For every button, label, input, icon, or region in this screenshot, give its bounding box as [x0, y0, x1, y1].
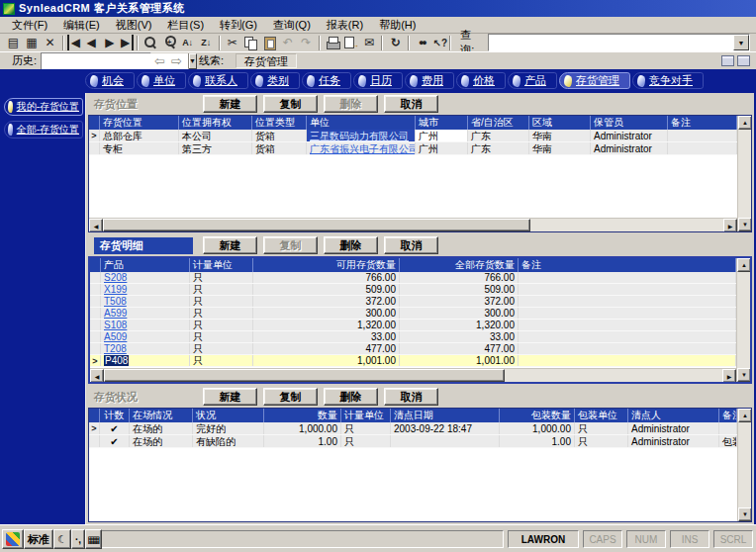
menu-item[interactable]: 编辑(E)	[55, 17, 108, 34]
delete-record-icon[interactable]	[41, 35, 59, 50]
undo-icon[interactable]	[278, 35, 297, 50]
column-header[interactable]: 状况	[193, 409, 264, 422]
column-header[interactable]: 单位	[307, 116, 416, 130]
column-header[interactable]: 数量	[264, 409, 341, 422]
table-row[interactable]: 总部仓库 本公司 货箱 三星数码动力有限公司 广州 广东 华南 Administ…	[89, 130, 737, 142]
panel-button[interactable]: 新建	[203, 236, 257, 254]
column-header[interactable]: 产品	[101, 258, 190, 272]
menu-item[interactable]: 转到(G)	[212, 17, 265, 34]
table-row[interactable]: P408 只 1,001.00 1,001.00	[90, 355, 736, 367]
status-vertical-scrollbar[interactable]: ▲ ▼	[737, 409, 751, 521]
cell-counted-checkmark[interactable]: ✔	[100, 435, 130, 447]
redo-icon[interactable]	[297, 35, 316, 50]
panel-button[interactable]: 复制	[263, 95, 318, 113]
paste-icon[interactable]	[260, 35, 279, 50]
history-input[interactable]	[42, 53, 188, 69]
tab[interactable]: 存货管理	[559, 72, 630, 89]
tab[interactable]: 竞争对手	[632, 72, 704, 89]
tab[interactable]: 任务	[302, 72, 351, 89]
column-header[interactable]: 计数	[100, 409, 130, 422]
unit-link[interactable]: 三星数码动力有限公司	[310, 131, 409, 141]
column-header[interactable]: 包装单位	[575, 409, 628, 422]
tab[interactable]: 价格	[456, 72, 506, 89]
panel-button[interactable]: 删除	[324, 95, 378, 113]
scroll-right-icon[interactable]: ▶	[722, 369, 736, 383]
column-header[interactable]: 省/自治区	[468, 116, 529, 130]
panel-button[interactable]: 复制	[263, 236, 318, 254]
tab[interactable]: 费用	[405, 72, 454, 89]
table-row[interactable]: ✔ 在场的 有缺陷的 1.00 只 1.00 只 Administrator 包…	[89, 435, 737, 448]
archive-icon[interactable]	[341, 35, 360, 50]
sort-ascending-icon[interactable]	[178, 35, 197, 50]
edit-record-icon[interactable]	[23, 35, 42, 50]
ime-softkeyboard-icon[interactable]	[85, 529, 102, 549]
context-help-icon[interactable]	[431, 35, 450, 50]
product-link[interactable]: S108	[104, 320, 127, 330]
tab[interactable]: 单位	[137, 72, 186, 89]
table-row[interactable]: S208 只 766.00 766.00	[90, 272, 736, 284]
tab[interactable]: 机会	[85, 72, 135, 89]
cut-icon[interactable]	[224, 35, 242, 50]
column-header[interactable]: 备注	[719, 409, 737, 422]
advanced-search-icon[interactable]	[160, 35, 179, 50]
menu-item[interactable]: 文件(F)	[4, 17, 55, 34]
scroll-down-icon[interactable]: ▼	[738, 218, 752, 231]
column-header[interactable]: 存货位置	[100, 116, 179, 130]
location-vertical-scrollbar[interactable]: ▲ ▼	[737, 116, 751, 231]
menu-item[interactable]: 报表(R)	[319, 17, 371, 34]
product-link[interactable]: P408	[104, 355, 129, 366]
scroll-right-icon[interactable]: ▶	[723, 219, 737, 232]
find-icon[interactable]	[413, 35, 431, 50]
tab[interactable]: 类别	[250, 72, 300, 89]
column-header[interactable]: 全部存货数量	[400, 258, 519, 272]
table-row[interactable]: 专柜 第三方 货箱 广东省振兴电子有限公司 广州 广东 华南 Administr…	[89, 142, 737, 155]
column-header[interactable]: 包装数量	[500, 409, 575, 422]
panel-button[interactable]: 删除	[324, 388, 378, 406]
card-view-icon[interactable]	[721, 55, 734, 66]
rolodex-icon[interactable]	[737, 55, 750, 66]
column-header[interactable]: 清点人	[628, 409, 719, 422]
menu-item[interactable]: 帮助(H)	[371, 17, 424, 34]
ime-mode-label[interactable]: 标准	[24, 529, 53, 549]
column-header[interactable]: 备注	[519, 258, 736, 272]
query-combobox[interactable]: ▼	[488, 34, 750, 51]
history-combobox[interactable]: ▼	[41, 52, 151, 70]
product-link[interactable]: T508	[104, 296, 127, 307]
panel-button[interactable]: 删除	[324, 236, 378, 254]
panel-button[interactable]: 复制	[263, 388, 318, 406]
search-icon[interactable]	[142, 35, 160, 50]
panel-button[interactable]: 取消	[384, 236, 438, 254]
history-forward-icon[interactable]: ⇨	[171, 53, 182, 68]
refresh-icon[interactable]	[386, 35, 405, 50]
previous-record-icon[interactable]	[82, 35, 101, 50]
product-link[interactable]: A599	[104, 308, 127, 319]
query-input[interactable]	[489, 35, 733, 50]
column-header[interactable]: 城市	[416, 116, 468, 130]
product-link[interactable]: A509	[104, 331, 127, 342]
cell-counted-checkmark[interactable]: ✔	[100, 422, 130, 434]
column-header[interactable]: 可用存货数量	[253, 258, 400, 272]
new-record-icon[interactable]	[4, 35, 23, 50]
scroll-down-icon[interactable]: ▼	[738, 507, 752, 521]
sidebar-item[interactable]: 全部-存货位置	[4, 121, 83, 138]
unit-link[interactable]: 广东省振兴电子有限公司	[310, 143, 416, 154]
ime-logo-icon[interactable]	[2, 529, 24, 549]
table-row[interactable]: ✔ 在场的 完好的 1,000.00 只 2003-09-22 18:47 1,…	[89, 422, 737, 435]
next-record-icon[interactable]	[100, 35, 119, 50]
column-header[interactable]: 清点日期	[391, 409, 500, 422]
send-icon[interactable]	[360, 35, 379, 50]
menu-item[interactable]: 查询(Q)	[265, 17, 319, 34]
table-row[interactable]: X199 只 509.00 509.00	[90, 284, 736, 296]
table-row[interactable]: A509 只 33.00 33.00	[90, 331, 736, 343]
column-header[interactable]: 备注	[668, 116, 737, 130]
column-header[interactable]: 计量单位	[190, 258, 253, 272]
tab[interactable]: 产品	[508, 72, 557, 89]
location-horizontal-scrollbar[interactable]: ◀ ▶	[89, 218, 737, 231]
title-bar[interactable]: SynleadCRM 客户关系管理系统	[0, 0, 756, 17]
print-icon[interactable]	[324, 35, 342, 50]
panel-button[interactable]: 取消	[384, 388, 438, 406]
table-row[interactable]: A599 只 300.00 300.00	[90, 308, 736, 320]
sidebar-item[interactable]: 我的-存货位置	[4, 98, 83, 116]
panel-button[interactable]: 新建	[203, 388, 257, 406]
detail-horizontal-scrollbar[interactable]: ◀ ▶	[90, 368, 736, 382]
